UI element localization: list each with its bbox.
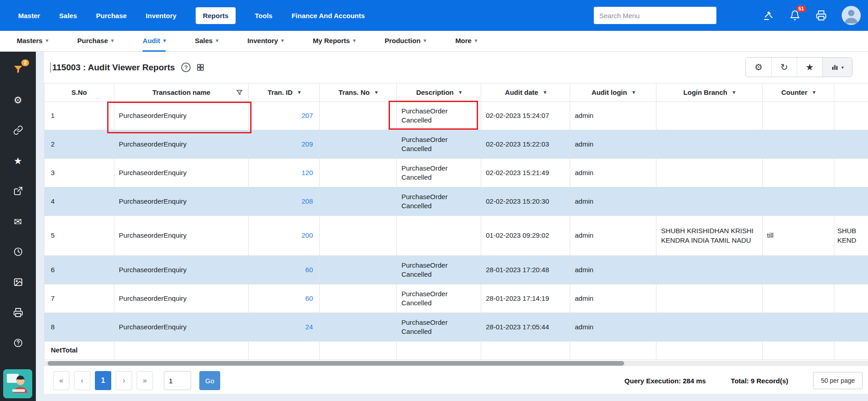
top-nav-items: Master Sales Purchase Inventory Reports … bbox=[18, 7, 365, 24]
audit-date-cell: 28-01-2023 17:05:44 bbox=[481, 313, 570, 342]
tran-id-link[interactable]: 200 bbox=[249, 216, 320, 256]
first-page-button[interactable]: « bbox=[53, 371, 69, 390]
tran-id-link[interactable]: 209 bbox=[249, 130, 320, 159]
annotation-box-description bbox=[389, 101, 478, 130]
printer-icon[interactable] bbox=[815, 10, 827, 21]
column-filter-icon[interactable] bbox=[236, 89, 243, 96]
header-label: Transaction name bbox=[153, 88, 211, 96]
sno-cell: 5 bbox=[44, 216, 114, 256]
sort-caret-icon: ▾ bbox=[375, 89, 378, 95]
help-icon[interactable]: ? bbox=[181, 63, 191, 72]
favorite-star-button[interactable]: ★ bbox=[797, 58, 822, 77]
link-icon[interactable] bbox=[12, 124, 24, 136]
audit-login-cell: admin bbox=[570, 313, 656, 342]
net-total-row: NetTotal bbox=[44, 342, 868, 360]
report-settings-button[interactable]: ⚙ bbox=[746, 58, 771, 77]
column-header-counter[interactable]: Counter▾ bbox=[762, 83, 834, 102]
counter-cell bbox=[762, 159, 834, 187]
favorites-star-icon[interactable]: ★ bbox=[12, 155, 24, 166]
column-header-audit-date[interactable]: Audit date▾ bbox=[481, 83, 570, 102]
top-nav-right: 51 bbox=[594, 6, 861, 25]
chevron-down-icon: ▾ bbox=[841, 65, 843, 70]
nav-item-sales[interactable]: Sales bbox=[59, 12, 77, 20]
header-label: Trans. No bbox=[339, 88, 370, 96]
refresh-button[interactable]: ↻ bbox=[771, 58, 797, 77]
menu-item-masters[interactable]: Masters▾ bbox=[17, 31, 48, 52]
nav-item-inventory[interactable]: Inventory bbox=[146, 12, 177, 20]
user-avatar[interactable] bbox=[842, 6, 861, 25]
login-branch-cell bbox=[656, 187, 762, 216]
menu-item-sales[interactable]: Sales▾ bbox=[195, 31, 218, 52]
column-header-login-branch[interactable]: Login Branch▾ bbox=[656, 83, 762, 102]
horizontal-scrollbar-thumb[interactable] bbox=[48, 361, 624, 366]
sno-cell: 3 bbox=[44, 159, 114, 187]
sort-caret-icon: ▾ bbox=[813, 89, 815, 95]
share-icon[interactable] bbox=[12, 185, 24, 197]
menu-item-my-reports[interactable]: My Reports▾ bbox=[313, 31, 355, 52]
pagination-controls: « ‹ 1 › » Go bbox=[53, 371, 220, 390]
column-header-tran-id[interactable]: Tran. ID▾ bbox=[249, 83, 320, 102]
menu-item-more[interactable]: More▾ bbox=[455, 31, 477, 52]
audit-login-cell: admin bbox=[570, 216, 656, 256]
image-frame-icon[interactable] bbox=[12, 276, 24, 288]
last-page-button[interactable]: » bbox=[137, 371, 153, 390]
sidebar-profile-avatar[interactable] bbox=[3, 369, 32, 398]
per-page-select[interactable]: 50 per page bbox=[813, 372, 863, 389]
menu-label: Audit bbox=[143, 37, 160, 44]
nav-item-finance-and-accounts[interactable]: Finance And Accounts bbox=[291, 12, 365, 20]
go-button[interactable]: Go bbox=[199, 371, 220, 390]
page-number-input[interactable] bbox=[164, 371, 191, 390]
menu-item-inventory[interactable]: Inventory▾ bbox=[247, 31, 284, 52]
header-label: Counter bbox=[781, 88, 808, 96]
gavel-icon[interactable] bbox=[763, 10, 774, 21]
pagination-summary: Query Execution: 284 ms Total: 9 Record(… bbox=[625, 372, 863, 389]
menu-item-production[interactable]: Production▾ bbox=[385, 31, 426, 52]
query-execution-text: Query Execution: 284 ms bbox=[625, 377, 706, 385]
report-table-area: S.No Transaction name Tran. ID▾ Trans. N… bbox=[44, 83, 868, 367]
tran-id-link[interactable]: 60 bbox=[249, 256, 320, 284]
tran-id-link[interactable]: 120 bbox=[249, 159, 320, 187]
description-cell: PurchaseOrder Cancelled bbox=[397, 256, 481, 284]
next-page-button[interactable]: › bbox=[116, 371, 132, 390]
top-navigation-bar: Master Sales Purchase Inventory Reports … bbox=[0, 0, 868, 31]
nav-item-tools[interactable]: Tools bbox=[255, 12, 272, 20]
tran-id-link[interactable]: 207 bbox=[249, 102, 320, 130]
description-cell: PurchaseOrder Cancelled bbox=[397, 187, 481, 216]
help-icon[interactable] bbox=[12, 337, 24, 349]
tran-id-link[interactable]: 208 bbox=[249, 187, 320, 216]
tran-id-link[interactable]: 60 bbox=[249, 284, 320, 313]
mail-icon[interactable]: ✉ bbox=[12, 215, 24, 227]
column-header-audit-login[interactable]: Audit login▾ bbox=[570, 83, 656, 102]
net-total-cell bbox=[114, 342, 249, 360]
transaction-name-cell: PurchaseorderEnquiry bbox=[114, 102, 249, 130]
chevron-down-icon: ▾ bbox=[424, 38, 426, 44]
nav-item-purchase[interactable]: Purchase bbox=[96, 12, 127, 20]
clock-icon[interactable] bbox=[12, 246, 24, 258]
extra-cell bbox=[834, 102, 868, 130]
nav-item-master[interactable]: Master bbox=[18, 12, 40, 20]
chart-view-button[interactable]: ▾ bbox=[822, 58, 852, 77]
dashboard-grid-icon[interactable] bbox=[196, 63, 205, 72]
column-header-trans-no[interactable]: Trans. No▾ bbox=[320, 83, 397, 102]
tran-id-link[interactable]: 24 bbox=[249, 313, 320, 342]
header-label: Tran. ID bbox=[268, 88, 293, 96]
audit-login-cell: admin bbox=[570, 284, 656, 313]
header-label: Description bbox=[416, 88, 454, 96]
settings-gear-icon[interactable]: ⚙ bbox=[12, 94, 24, 106]
menu-item-purchase[interactable]: Purchase▾ bbox=[77, 31, 113, 52]
printer-icon[interactable] bbox=[12, 307, 24, 318]
menu-item-audit[interactable]: Audit▾ bbox=[143, 31, 166, 52]
filter-icon[interactable]: 2 bbox=[12, 64, 24, 75]
nav-item-reports[interactable]: Reports bbox=[196, 7, 236, 24]
column-header-description[interactable]: Description▾ bbox=[397, 83, 481, 102]
page-1-button[interactable]: 1 bbox=[95, 371, 111, 390]
chevron-down-icon: ▾ bbox=[46, 38, 49, 44]
chevron-down-icon: ▾ bbox=[353, 38, 356, 44]
cell-text: PurchaseorderEnquiry bbox=[119, 112, 187, 119]
horizontal-scrollbar-track[interactable] bbox=[44, 361, 868, 366]
cell-text: PurchaseOrder Cancelled bbox=[401, 107, 448, 124]
search-input[interactable] bbox=[594, 7, 716, 24]
prev-page-button[interactable]: ‹ bbox=[74, 371, 90, 390]
table-row: 1 PurchaseorderEnquiry 207 PurchaseOrder… bbox=[44, 102, 868, 130]
notification-bell-icon[interactable]: 51 bbox=[789, 10, 801, 21]
